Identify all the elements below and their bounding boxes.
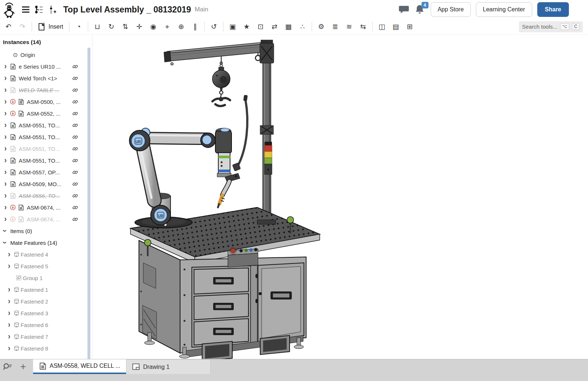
panel-scrollbar[interactable] — [87, 48, 90, 359]
expand-chevron-icon[interactable]: › — [2, 97, 9, 106]
pin-slot-mate-button[interactable]: ⌖ — [160, 21, 174, 33]
instance-row[interactable]: ›ASM-0552, ... — [0, 108, 92, 119]
drawer-unit[interactable] — [192, 266, 251, 347]
instance-row[interactable]: ›ASM-0674, ... — [0, 202, 92, 213]
instance-row[interactable]: ›ASM-0551, TO... — [0, 143, 92, 155]
slider-mate-button[interactable]: ⇅ — [118, 21, 132, 33]
expand-chevron-icon[interactable]: › — [2, 167, 9, 177]
cylindrical-mate-button[interactable]: ⊕ — [174, 21, 188, 33]
tab-drawing[interactable]: Drawing 1 — [126, 359, 211, 374]
document-title[interactable]: Top Level Assembly _ 08132019 — [63, 5, 191, 15]
add-tab-button[interactable]: + — [15, 359, 31, 374]
expand-chevron-icon[interactable]: › — [6, 261, 12, 271]
mate-row[interactable]: ›Fastened 4 — [0, 248, 92, 260]
mate-row[interactable]: ›Fastened 3 — [0, 307, 92, 319]
workspace-name[interactable]: Main — [195, 6, 208, 13]
expand-chevron-icon[interactable]: › — [2, 214, 9, 224]
mate-row[interactable]: ›Fastened 1 — [0, 284, 92, 295]
expand-chevron-icon[interactable]: › — [2, 132, 9, 141]
tab-assembly[interactable]: ASM-0558, WELD CELL ... — [33, 359, 126, 374]
instance-row[interactable]: ›ASM-0500, ... — [0, 96, 92, 108]
mate-row[interactable]: ›Fastened 8 — [0, 342, 92, 354]
transfer-button[interactable]: ⇄ — [268, 21, 282, 33]
expand-chevron-icon[interactable]: › — [2, 62, 9, 71]
mate-connector-button[interactable]: ★ — [240, 21, 254, 33]
expand-chevron-icon[interactable]: › — [2, 191, 9, 200]
instance-row[interactable]: ›ASM-0557, OP... — [0, 166, 92, 178]
search-tabs-button[interactable] — [0, 359, 15, 374]
update-available-icon[interactable] — [10, 204, 16, 210]
explode-button[interactable]: ⇆ — [356, 21, 370, 33]
expand-chevron-icon[interactable]: › — [2, 120, 9, 130]
cabinet-door[interactable] — [258, 263, 304, 342]
group-button[interactable]: ▣ — [226, 21, 240, 33]
expand-chevron-icon[interactable]: › — [6, 332, 12, 341]
app-store-button[interactable]: App Store — [431, 2, 471, 17]
revolute-mate-button[interactable]: ↻ — [104, 21, 118, 33]
main-menu-button[interactable] — [19, 3, 32, 16]
mate-row[interactable]: ›Fastened 2 — [0, 295, 92, 307]
share-button[interactable]: Share — [537, 2, 569, 17]
linear-pattern-button[interactable]: ▦ — [282, 21, 295, 33]
mate-features-section-header[interactable]: › Mate Features (14) — [0, 237, 92, 248]
planar-mate-button[interactable]: ✛ — [132, 21, 146, 33]
instance-row[interactable]: ›ASM-0551, TO... — [0, 155, 92, 166]
create-version-button[interactable] — [46, 3, 59, 16]
control-pendant[interactable] — [228, 248, 258, 267]
snap-mode-button[interactable]: ↺ — [207, 21, 221, 33]
search-tools-input[interactable]: Search tools... ⌥ C — [519, 21, 583, 32]
update-available-icon[interactable] — [10, 110, 16, 116]
redo-button[interactable]: ↷ — [15, 21, 29, 33]
display-states-button[interactable]: ▤ — [389, 21, 403, 33]
learning-center-button[interactable]: Learning Center — [476, 2, 532, 17]
instance-row[interactable]: ›Weld Torch <1> — [0, 72, 92, 84]
expand-chevron-icon[interactable]: › — [2, 179, 9, 188]
versions-button[interactable] — [32, 3, 46, 16]
instance-row[interactable]: ›ASM-0556, TO... — [0, 190, 92, 202]
notifications-button[interactable]: 4 — [415, 4, 426, 15]
expand-chevron-icon[interactable]: › — [2, 203, 9, 212]
origin-row[interactable]: ⊙ Origin — [0, 49, 92, 61]
expand-chevron-icon[interactable]: › — [6, 285, 12, 294]
expand-chevron-icon[interactable]: › — [2, 109, 9, 118]
expand-chevron-icon[interactable]: › — [2, 73, 9, 83]
instance-row[interactable]: ›ASM-0509, MO... — [0, 178, 92, 190]
expand-chevron-icon[interactable]: › — [2, 85, 9, 94]
weld-torch[interactable] — [218, 173, 240, 207]
update-available-icon[interactable] — [10, 99, 16, 105]
replicate-button[interactable]: ⊡ — [254, 21, 268, 33]
weld-torch-cable[interactable] — [237, 100, 247, 167]
items-section-header[interactable]: › Items (0) — [0, 225, 92, 237]
mate-row[interactable]: ›Fastened 7 — [0, 331, 92, 342]
gear-relation-button[interactable]: ⚙ — [314, 21, 328, 33]
undo-button[interactable]: ↶ — [1, 21, 15, 33]
screw-relation-button[interactable]: ≋ — [342, 21, 356, 33]
comments-icon[interactable] — [398, 4, 409, 15]
instance-row[interactable]: ›ASM-0674, ... — [0, 213, 92, 225]
welding-table[interactable] — [130, 207, 320, 359]
section-view-button[interactable]: ◫ — [375, 21, 389, 33]
mate-row[interactable]: ›Fastened 6 — [0, 319, 92, 331]
instance-row[interactable]: ›e Series UR10 ... — [0, 61, 92, 72]
update-available-icon[interactable] — [10, 216, 16, 222]
mate-button[interactable]: ⊔ — [90, 21, 104, 33]
named-positions-button[interactable]: ◔ — [72, 21, 86, 33]
insert-button[interactable]: Insert — [34, 21, 67, 33]
parallel-mate-button[interactable]: ∥ — [188, 21, 202, 33]
mate-row[interactable]: ›Fastened 5 — [0, 260, 92, 272]
signal-light-tower[interactable] — [265, 142, 272, 174]
expand-chevron-icon[interactable]: › — [2, 156, 9, 165]
instance-row[interactable]: ›WELD TABLE ... — [0, 84, 92, 96]
ball-mate-button[interactable]: ◉ — [146, 21, 160, 33]
expand-chevron-icon[interactable]: › — [6, 250, 12, 259]
tool-balancer[interactable] — [212, 57, 230, 106]
group-row[interactable]: Group 1 — [0, 272, 92, 284]
3d-viewport[interactable]: UR UR — [92, 35, 588, 359]
create-drawing-button[interactable]: ⊞ — [403, 21, 417, 33]
circular-pattern-button[interactable]: ∴ — [295, 21, 309, 33]
expand-chevron-icon[interactable]: › — [6, 297, 12, 306]
expand-chevron-icon[interactable]: › — [6, 308, 12, 318]
instance-row[interactable]: ›ASM-0551, TO... — [0, 119, 92, 131]
expand-chevron-icon[interactable]: › — [2, 144, 9, 153]
expand-chevron-icon[interactable]: › — [6, 320, 12, 329]
